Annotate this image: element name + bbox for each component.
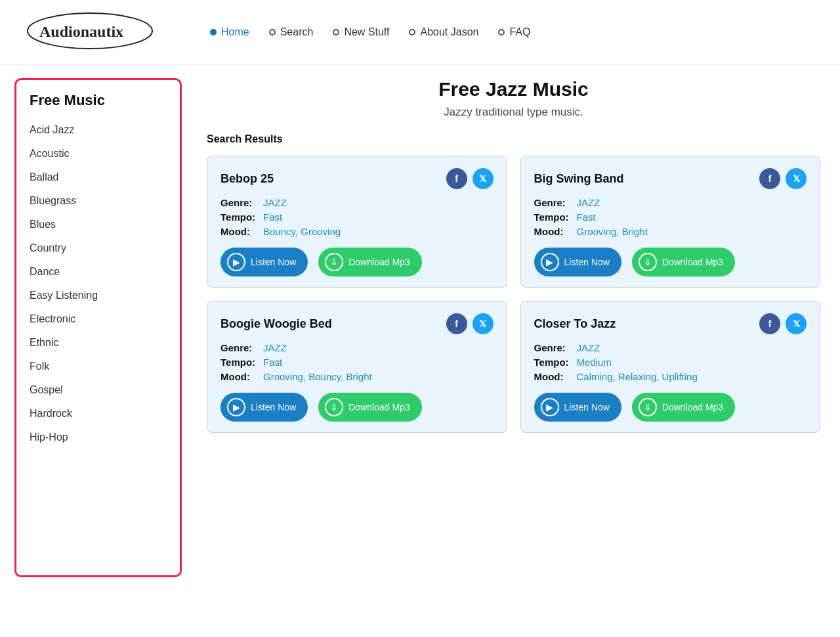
sidebar-item-hip-hop[interactable]: Hip-Hop [16, 426, 180, 449]
genre-value-3: JAZZ [263, 342, 287, 353]
logo[interactable]: Audionautix [26, 12, 171, 53]
sidebar-title: Free Music [16, 92, 180, 118]
card-genre-row-3: Genre: JAZZ [220, 342, 494, 353]
twitter-share-2[interactable]: 𝕏 [786, 168, 807, 189]
card-actions-4: ▶ Listen Now ⇓ Download Mp3 [534, 393, 807, 422]
social-icons-1: f 𝕏 [446, 168, 494, 189]
svg-text:Audionautix: Audionautix [39, 23, 123, 40]
sidebar-item-acoustic[interactable]: Acoustic [16, 142, 180, 165]
twitter-share-1[interactable]: 𝕏 [472, 168, 494, 189]
search-results-label: Search Results [207, 133, 820, 145]
card-mood-row-1: Mood: Bouncy, Grooving [220, 226, 494, 237]
twitter-share-4[interactable]: 𝕏 [786, 313, 807, 334]
nav-dot-home [210, 29, 217, 35]
listen-button-3[interactable]: ▶ Listen Now [220, 393, 308, 422]
tempo-label-4: Tempo: [534, 357, 577, 368]
card-mood-row-4: Mood: Calming, Relaxing, Uplifting [534, 371, 807, 382]
genre-value-4: JAZZ [577, 342, 600, 353]
card-genre-row-1: Genre: JAZZ [220, 197, 494, 208]
nav-search[interactable]: Search [269, 26, 314, 38]
listen-button-4[interactable]: ▶ Listen Now [534, 393, 621, 422]
nav-dot-search [269, 29, 276, 35]
sidebar-item-electronic[interactable]: Electronic [16, 307, 180, 331]
sidebar-item-ballad[interactable]: Ballad [16, 165, 180, 189]
card-genre-row-4: Genre: JAZZ [534, 342, 807, 353]
tempo-value-2: Fast [577, 211, 596, 223]
social-icons-2: f 𝕏 [759, 168, 807, 189]
main-layout: Free Music Acid Jazz Acoustic Ballad Blu… [0, 65, 840, 590]
nav-about[interactable]: About Jason [409, 26, 478, 38]
card-genre-row-2: Genre: JAZZ [534, 197, 807, 208]
download-icon-4: ⇓ [639, 398, 657, 416]
sidebar-item-hardrock[interactable]: Hardrock [16, 402, 180, 426]
facebook-share-1[interactable]: f [446, 168, 467, 189]
nav-new-stuff[interactable]: New Stuff [333, 26, 389, 38]
sidebar-item-country[interactable]: Country [16, 236, 180, 260]
card-header-1: Bebop 25 f 𝕏 [220, 168, 494, 189]
genre-label-4: Genre: [534, 342, 577, 353]
mood-value-1: Bouncy, Grooving [263, 226, 341, 237]
cards-grid: Bebop 25 f 𝕏 Genre: JAZZ Tempo: Fast [207, 156, 820, 433]
facebook-share-3[interactable]: f [446, 313, 467, 334]
sidebar-item-bluegrass[interactable]: Bluegrass [16, 189, 180, 213]
genre-label-2: Genre: [534, 197, 577, 208]
download-button-1[interactable]: ⇓ Download Mp3 [318, 248, 421, 276]
nav-faq[interactable]: FAQ [498, 26, 530, 38]
card-actions-1: ▶ Listen Now ⇓ Download Mp3 [220, 248, 494, 276]
content-area: Free Jazz Music Jazzy traditional type m… [194, 65, 840, 590]
sidebar-item-easy-listening[interactable]: Easy Listening [16, 284, 180, 307]
mood-label-4: Mood: [534, 371, 577, 382]
play-icon-1: ▶ [227, 253, 245, 271]
download-icon-3: ⇓ [325, 398, 343, 416]
card-info-1: Genre: JAZZ Tempo: Fast Mood: Bouncy, Gr… [220, 197, 494, 237]
header: Audionautix Home Search New Stuff About … [0, 0, 840, 65]
card-header-3: Boogie Woogie Bed f 𝕏 [220, 313, 494, 334]
mood-value-2: Grooving, Bright [577, 226, 648, 237]
sidebar-item-blues[interactable]: Blues [16, 213, 180, 236]
nav-home[interactable]: Home [210, 26, 249, 38]
social-icons-3: f 𝕏 [446, 313, 494, 334]
tempo-label-2: Tempo: [534, 211, 577, 223]
play-icon-3: ▶ [227, 398, 245, 416]
download-button-2[interactable]: ⇓ Download Mp3 [632, 248, 735, 276]
card-boogie-woogie-bed: Boogie Woogie Bed f 𝕏 Genre: JAZZ Tempo:… [207, 301, 507, 433]
genre-label-3: Genre: [220, 342, 263, 353]
mood-value-3: Grooving, Bouncy, Bright [263, 371, 372, 382]
card-title-3: Boogie Woogie Bed [220, 317, 332, 331]
card-bebop-25: Bebop 25 f 𝕏 Genre: JAZZ Tempo: Fast [207, 156, 507, 288]
card-info-4: Genre: JAZZ Tempo: Medium Mood: Calming,… [534, 342, 807, 382]
sidebar-item-acid-jazz[interactable]: Acid Jazz [16, 118, 180, 142]
mood-label-3: Mood: [220, 371, 263, 382]
listen-button-1[interactable]: ▶ Listen Now [220, 248, 308, 276]
twitter-share-3[interactable]: 𝕏 [472, 313, 494, 334]
tempo-value-3: Fast [263, 357, 282, 368]
sidebar-item-ethnic[interactable]: Ethnic [16, 331, 180, 355]
download-button-3[interactable]: ⇓ Download Mp3 [318, 393, 421, 422]
main-nav: Home Search New Stuff About Jason FAQ [210, 26, 530, 38]
card-header-2: Big Swing Band f 𝕏 [534, 168, 807, 189]
card-header-4: Closer To Jazz f 𝕏 [534, 313, 807, 334]
download-icon-2: ⇓ [639, 253, 657, 271]
listen-button-2[interactable]: ▶ Listen Now [534, 248, 621, 276]
genre-label-1: Genre: [220, 197, 263, 208]
card-info-3: Genre: JAZZ Tempo: Fast Mood: Grooving, … [220, 342, 494, 382]
social-icons-4: f 𝕏 [759, 313, 807, 334]
card-tempo-row-4: Tempo: Medium [534, 357, 807, 368]
sidebar-item-gospel[interactable]: Gospel [16, 378, 180, 402]
sidebar-item-folk[interactable]: Folk [16, 355, 180, 378]
card-tempo-row-3: Tempo: Fast [220, 357, 494, 368]
mood-label-1: Mood: [220, 226, 263, 237]
genre-value-2: JAZZ [577, 197, 600, 208]
sidebar: Free Music Acid Jazz Acoustic Ballad Blu… [14, 78, 182, 577]
tempo-label-3: Tempo: [220, 357, 263, 368]
sidebar-item-dance[interactable]: Dance [16, 260, 180, 284]
download-button-4[interactable]: ⇓ Download Mp3 [632, 393, 735, 422]
nav-dot-faq [498, 29, 505, 35]
facebook-share-2[interactable]: f [759, 168, 780, 189]
card-title-1: Bebop 25 [220, 172, 274, 186]
card-closer-to-jazz: Closer To Jazz f 𝕏 Genre: JAZZ Tempo: Me… [520, 301, 821, 433]
facebook-share-4[interactable]: f [759, 313, 780, 334]
tempo-value-4: Medium [577, 357, 612, 368]
play-icon-2: ▶ [541, 253, 559, 271]
mood-label-2: Mood: [534, 226, 577, 237]
